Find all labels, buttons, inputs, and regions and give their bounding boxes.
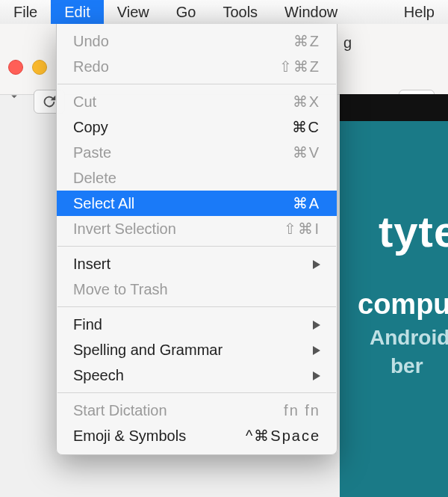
menu-item-shortcut: ⌘C (292, 118, 320, 136)
edit-dropdown-menu: Undo⌘ZRedo⇧⌘ZCut⌘XCopy⌘CPaste⌘VDeleteSel… (56, 24, 337, 455)
menu-tools[interactable]: Tools (209, 0, 271, 24)
phone-sub3-text: ber (391, 354, 423, 378)
window-minimize-button[interactable] (32, 60, 47, 75)
menu-item-label: Select All (73, 195, 134, 212)
menu-item-label: Speech (73, 367, 124, 384)
menubar: File Edit View Go Tools Window Help (0, 0, 448, 25)
menu-item-shortcut: ^⌘Space (246, 427, 320, 445)
menu-item-shortcut: ⌘A (293, 194, 320, 212)
menu-item-label: Move to Trash (73, 281, 168, 298)
submenu-arrow-icon (313, 342, 320, 359)
menu-separator (57, 246, 336, 247)
menu-item-copy[interactable]: Copy⌘C (57, 114, 337, 140)
phone-sub2-text: Android (370, 326, 448, 350)
menu-item-label: Start Dictation (73, 402, 167, 419)
menu-item-shortcut: fn fn (284, 402, 320, 419)
preview-phone: 40% 5 tyte compu Android ber (340, 94, 448, 497)
menu-item-delete: Delete (57, 165, 337, 191)
menu-item-find[interactable]: Find (57, 312, 337, 337)
submenu-arrow-icon (313, 367, 320, 384)
phone-sub1-text: compu (358, 288, 448, 321)
menu-item-shortcut: ⌘Z (293, 32, 320, 50)
submenu-arrow-icon (313, 316, 320, 333)
chevron-down-icon (7, 90, 21, 103)
menu-view[interactable]: View (104, 0, 163, 24)
menu-item-label: Insert (73, 256, 111, 273)
menu-item-label: Copy (73, 119, 108, 136)
menu-item-label: Redo (73, 58, 109, 75)
menu-item-shortcut: ⌘X (293, 93, 320, 111)
menu-separator (57, 392, 336, 393)
menu-item-label: Find (73, 316, 102, 333)
menu-item-move-to-trash: Move to Trash (57, 277, 337, 302)
menu-item-invert-selection: Invert Selection⇧⌘I (57, 216, 337, 241)
phone-status-bar: 40% 5 (340, 94, 448, 121)
menu-item-label: Undo (73, 33, 109, 50)
menu-separator (57, 306, 336, 307)
menu-item-redo: Redo⇧⌘Z (57, 54, 337, 79)
menu-item-insert[interactable]: Insert (57, 251, 337, 277)
menu-edit[interactable]: Edit (51, 0, 103, 24)
menu-item-label: Emoji & Symbols (73, 427, 186, 445)
menu-go[interactable]: Go (163, 0, 210, 24)
menu-separator (57, 84, 336, 84)
window-close-button[interactable] (8, 60, 23, 75)
tab-label-fragment: g (343, 34, 352, 52)
menu-file[interactable]: File (0, 0, 51, 24)
menu-item-shortcut: ⇧⌘Z (279, 58, 320, 75)
menu-item-emoji-symbols[interactable]: Emoji & Symbols^⌘Space (57, 423, 337, 448)
menu-item-label: Spelling and Grammar (73, 342, 223, 359)
menu-help[interactable]: Help (391, 0, 448, 24)
menu-item-spelling-and-grammar[interactable]: Spelling and Grammar (57, 337, 337, 362)
menu-item-label: Invert Selection (73, 220, 176, 238)
menu-item-label: Delete (73, 170, 116, 187)
menu-item-label: Paste (73, 144, 111, 161)
menu-item-paste: Paste⌘V (57, 140, 337, 165)
dropdown-toggle[interactable] (7, 90, 28, 111)
window-traffic-lights (8, 60, 47, 75)
menu-item-select-all[interactable]: Select All⌘A (57, 191, 337, 216)
menu-window[interactable]: Window (271, 0, 351, 24)
menu-item-start-dictation: Start Dictationfn fn (57, 398, 337, 423)
menu-item-label: Cut (73, 93, 96, 111)
menu-item-undo: Undo⌘Z (57, 28, 337, 54)
menu-item-cut: Cut⌘X (57, 89, 337, 114)
menu-item-shortcut: ⇧⌘I (284, 220, 320, 238)
submenu-arrow-icon (313, 256, 320, 273)
menu-item-shortcut: ⌘V (293, 143, 320, 161)
phone-hero-text: tyte (379, 206, 448, 256)
refresh-icon (41, 93, 57, 110)
menu-item-speech[interactable]: Speech (57, 362, 337, 388)
